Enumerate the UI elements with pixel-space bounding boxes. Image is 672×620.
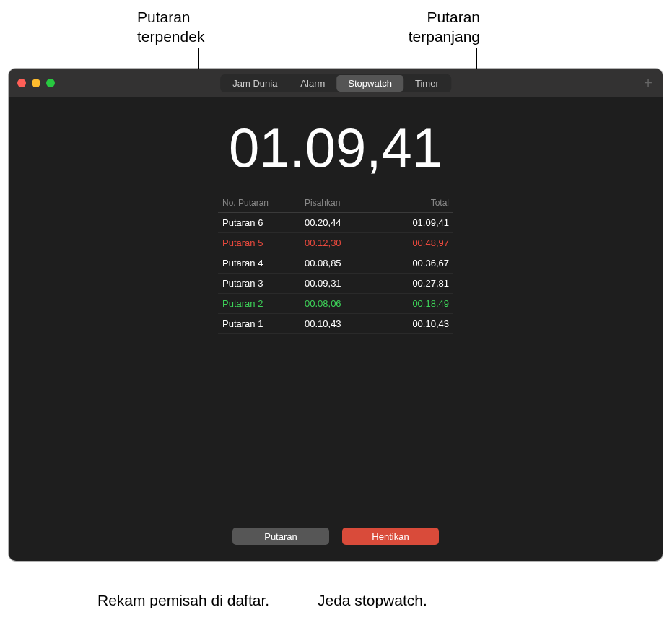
lap-name: Putaran 3 [218, 278, 305, 289]
header-split: Pisahkan [305, 198, 381, 208]
titlebar: Jam Dunia Alarm Stopwatch Timer + [9, 69, 663, 97]
callout-longest: Putaran terpanjang [409, 7, 480, 47]
lap-split: 00.10,43 [305, 318, 381, 329]
callout-shortest: Putaran terpendek [137, 7, 204, 47]
lap-name: Putaran 4 [218, 258, 305, 268]
lap-button[interactable]: Putaran [232, 528, 329, 545]
lap-total: 00.10,43 [381, 318, 453, 329]
lap-total: 00.48,97 [381, 237, 453, 248]
minimize-button[interactable] [32, 79, 40, 87]
clock-window: Jam Dunia Alarm Stopwatch Timer + 01.09,… [9, 69, 663, 561]
lap-row: Putaran 100.10,4300.10,43 [218, 314, 453, 334]
tab-timer[interactable]: Timer [403, 75, 450, 92]
time-display: 01.09,41 [229, 116, 442, 179]
lap-split: 00.20,44 [305, 217, 381, 228]
lap-total: 00.18,49 [381, 298, 453, 309]
tab-stopwatch[interactable]: Stopwatch [336, 75, 403, 92]
lap-row: Putaran 300.09,3100.27,81 [218, 274, 453, 294]
tab-bar: Jam Dunia Alarm Stopwatch Timer [220, 74, 451, 92]
lap-split: 00.08,85 [305, 258, 381, 268]
header-lap: No. Putaran [218, 198, 305, 208]
callout-pause: Jeda stopwatch. [318, 590, 427, 610]
lap-name: Putaran 5 [218, 237, 305, 248]
stopwatch-content: 01.09,41 No. Putaran Pisahkan Total Puta… [9, 97, 663, 561]
button-row: Putaran Hentikan [232, 528, 439, 545]
add-button[interactable]: + [644, 75, 653, 92]
lap-name: Putaran 1 [218, 318, 305, 329]
lap-split: 00.08,06 [305, 298, 381, 309]
window-controls [17, 79, 55, 87]
lap-name: Putaran 2 [218, 298, 305, 309]
lap-row: Putaran 600.20,4401.09,41 [218, 213, 453, 233]
lap-split: 00.12,30 [305, 237, 381, 248]
tab-alarm[interactable]: Alarm [289, 75, 336, 92]
tab-world-clock[interactable]: Jam Dunia [221, 75, 289, 92]
callout-record-split: Rekam pemisah di daftar. [97, 590, 269, 610]
lap-total: 00.36,67 [381, 258, 453, 268]
laps-table: No. Putaran Pisahkan Total Putaran 600.2… [218, 193, 453, 334]
header-total: Total [381, 198, 453, 208]
lap-split: 00.09,31 [305, 278, 381, 289]
lap-row: Putaran 200.08,0600.18,49 [218, 294, 453, 314]
lap-name: Putaran 6 [218, 217, 305, 228]
stop-button[interactable]: Hentikan [342, 528, 439, 545]
lap-row: Putaran 500.12,3000.48,97 [218, 233, 453, 253]
lap-total: 00.27,81 [381, 278, 453, 289]
laps-header: No. Putaran Pisahkan Total [218, 193, 453, 213]
lap-row: Putaran 400.08,8500.36,67 [218, 253, 453, 274]
close-button[interactable] [17, 79, 26, 87]
maximize-button[interactable] [46, 79, 55, 87]
lap-total: 01.09,41 [381, 217, 453, 228]
